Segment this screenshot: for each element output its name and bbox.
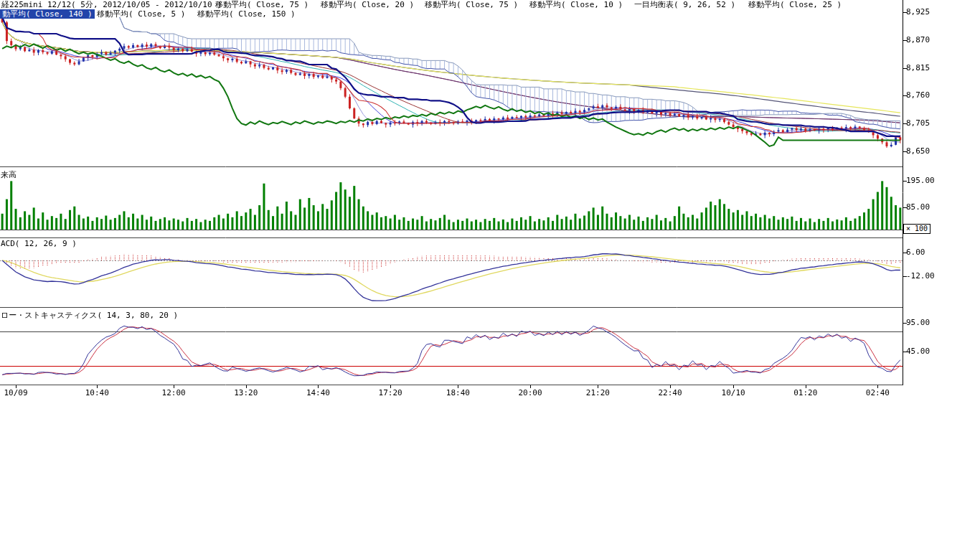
macd-axis-label: 6.00 [906, 248, 925, 257]
legend-indicator-r1-4[interactable]: 移動平均( Close, 10 ) [529, 0, 623, 9]
volume-multiplier-badge: × 100 [903, 224, 930, 234]
time-axis-label: 13:20 [230, 389, 263, 397]
legend-indicator-r2-2[interactable]: 移動平均( Close, 5 ) [97, 9, 185, 19]
macd-pane-label: ACD( 12, 26, 9 ) [1, 240, 77, 248]
stoch-pane-label: ロー・ストキャスティクス( 14, 3, 80, 20 ) [1, 311, 178, 320]
price-axis-label: 8,760 [906, 91, 930, 100]
time-axis-label: 17:20 [374, 389, 407, 397]
volume-pane-label: 来高 [1, 171, 17, 179]
stoch-axis-label: 45.00 [906, 347, 930, 356]
time-axis-label: 01:20 [789, 389, 822, 397]
time-axis-label: 02:40 [861, 389, 894, 397]
time-axis-label: 10/09 [0, 389, 32, 397]
price-axis-label: 8,650 [906, 147, 930, 156]
price-axis-label: 8,815 [906, 64, 930, 72]
chart-title[interactable]: 経225mini 12/12( 5分, 2012/10/05 - 2012/10… [1, 0, 222, 9]
legend-indicator-r1-1[interactable]: 移動平均( Close, 75 ) [215, 0, 308, 9]
time-axis-label: 18:40 [441, 389, 474, 397]
legend-indicator-r2-3[interactable]: 移動平均( Close, 150 ) [197, 9, 296, 19]
time-axis-label: 20:00 [514, 389, 547, 397]
legend-indicator-r2-1[interactable]: 動平均( Close, 140 ) [0, 9, 95, 19]
time-axis-label: 12:00 [157, 389, 190, 397]
time-axis-label: 10:40 [80, 389, 113, 397]
price-axis-label: 8,870 [906, 36, 930, 44]
time-axis-label: 14:40 [301, 389, 334, 397]
price-axis-label: 8,705 [906, 119, 930, 128]
chart-canvas[interactable] [0, 0, 980, 551]
time-axis-label: 22:40 [654, 389, 687, 397]
chart-application-window: 経225mini 12/12( 5分, 2012/10/05 - 2012/10… [0, 0, 980, 551]
legend-indicator-r1-6[interactable]: 移動平均( Close, 25 ) [748, 0, 842, 9]
stoch-axis-label: 95.00 [906, 319, 930, 327]
time-axis-label: 10/10 [717, 389, 750, 397]
legend-indicator-r1-2[interactable]: 移動平均( Close, 20 ) [321, 0, 414, 9]
legend-indicator-r1-5[interactable]: 一目均衡表( 9, 26, 52 ) [634, 0, 735, 9]
time-axis-label: 21:20 [581, 389, 614, 397]
legend-indicator-r1-3[interactable]: 移動平均( Close, 75 ) [425, 0, 518, 9]
macd-axis-label: -12.00 [906, 272, 935, 281]
price-axis-label: 8,925 [906, 8, 930, 17]
volume-axis-label: 85.00 [906, 203, 930, 212]
volume-axis-label: 195.00 [906, 176, 935, 185]
